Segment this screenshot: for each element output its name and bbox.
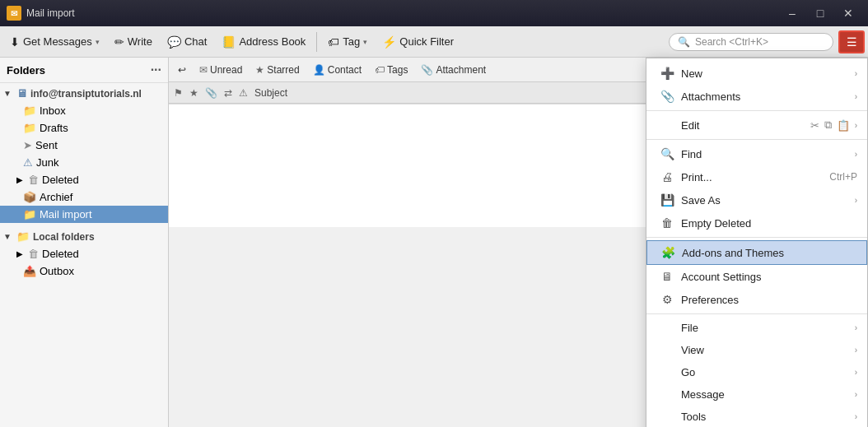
tag-label: Tag	[343, 35, 360, 48]
attachment-icon: 📎	[421, 64, 433, 76]
address-book-icon: 📒	[222, 35, 236, 49]
edit-arrow: ›	[855, 121, 857, 130]
account-name: info@transiptutorials.nl	[30, 88, 142, 100]
tag-arrow: ▾	[363, 38, 367, 46]
save-as-arrow: ›	[855, 196, 857, 205]
address-book-button[interactable]: 📒 Address Book	[215, 32, 312, 52]
menu-edit-label: Edit	[681, 119, 699, 132]
hamburger-menu-button[interactable]: ☰	[838, 30, 865, 53]
hamburger-icon: ☰	[847, 35, 857, 49]
quick-filter-label: Quick Filter	[399, 35, 454, 48]
menu-item-message[interactable]: Message ›	[646, 383, 867, 406]
folder-archief[interactable]: 📦 Archief	[0, 188, 168, 206]
search-placeholder: Search <Ctrl+K>	[695, 36, 768, 48]
write-button[interactable]: ✏ Write	[108, 32, 159, 52]
menu-item-attachments[interactable]: 📎 Attachments ›	[646, 85, 867, 108]
folder-deleted[interactable]: ▶ 🗑 Deleted	[0, 171, 168, 188]
sidebar: Folders ··· ▼ 🖥 info@transiptutorials.nl…	[0, 58, 169, 427]
sidebar-options-button[interactable]: ···	[151, 63, 161, 77]
menu-find-label: Find	[681, 148, 702, 160]
file-arrow: ›	[855, 323, 857, 332]
paste-icon: 📋	[837, 119, 850, 132]
contact-label: Contact	[328, 64, 362, 76]
col-junk-icon: ⚠	[239, 87, 248, 99]
account-expand-arrow[interactable]: ▼	[3, 89, 12, 98]
filter-unread-button[interactable]: ✉ Unread	[194, 62, 248, 78]
save-as-icon: 💾	[660, 193, 674, 207]
menu-item-empty-deleted[interactable]: 🗑 Empty Deleted	[646, 211, 867, 234]
sent-label: Sent	[35, 139, 58, 151]
sidebar-header: Folders ···	[0, 58, 168, 83]
local-folders-group: ▼ 📁 Local folders	[0, 226, 168, 245]
local-deleted-icon: 🗑	[28, 248, 39, 260]
hamburger-dropdown: ➕ New › 📎 Attachments › Edit ✂	[646, 58, 868, 427]
folder-mail-import[interactable]: 📁 Mail import	[0, 206, 168, 223]
chat-button[interactable]: 💬 Chat	[161, 32, 213, 52]
minimize-button[interactable]: –	[779, 2, 805, 25]
menu-print-label: Print...	[681, 171, 712, 183]
folder-drafts[interactable]: 📁 Drafts	[0, 119, 168, 137]
drafts-label: Drafts	[40, 122, 68, 134]
close-button[interactable]: ✕	[835, 2, 861, 25]
local-folder-deleted[interactable]: ▶ 🗑 Deleted	[0, 245, 168, 262]
local-expand-arrow[interactable]: ▼	[3, 232, 12, 241]
local-folder-outbox[interactable]: 📤 Outbox	[0, 262, 168, 280]
menu-item-preferences[interactable]: ⚙ Preferences	[646, 288, 867, 311]
main-layout: Folders ··· ▼ 🖥 info@transiptutorials.nl…	[0, 58, 868, 427]
addons-icon: 🧩	[660, 246, 675, 259]
main-toolbar: ⬇ Get Messages ▾ ✏ Write 💬 Chat 📒 Addres…	[0, 26, 868, 58]
junk-icon: ⚠	[23, 156, 33, 169]
copy-icon: ⧉	[824, 118, 832, 132]
menu-item-file[interactable]: File ›	[646, 317, 867, 339]
menu-account-settings-label: Account Settings	[681, 271, 762, 283]
local-deleted-expand[interactable]: ▶	[16, 249, 23, 258]
sent-icon: ➤	[23, 139, 32, 151]
quick-filter-button[interactable]: ⚡ Quick Filter	[376, 32, 460, 52]
local-folders-icon: 📁	[16, 230, 30, 243]
folder-inbox[interactable]: 📁 Inbox	[0, 102, 168, 119]
menu-item-edit[interactable]: Edit ✂ ⧉ 📋 ›	[646, 114, 867, 137]
get-messages-button[interactable]: ⬇ Get Messages ▾	[3, 32, 106, 52]
menu-item-save-as[interactable]: 💾 Save As ›	[646, 188, 867, 211]
filter-starred-button[interactable]: ★ Starred	[250, 62, 305, 78]
window-title: Mail import	[26, 7, 779, 19]
menu-item-print[interactable]: 🖨 Print... Ctrl+P	[646, 165, 867, 188]
archief-icon: 📦	[23, 191, 36, 203]
tag-button[interactable]: 🏷 Tag ▾	[321, 32, 374, 52]
menu-item-go[interactable]: Go ›	[646, 361, 867, 383]
menu-item-find[interactable]: 🔍 Find ›	[646, 142, 867, 165]
search-box[interactable]: 🔍 Search <Ctrl+K>	[669, 33, 833, 51]
filter-contact-button[interactable]: 👤 Contact	[307, 62, 367, 78]
deleted-label: Deleted	[42, 174, 79, 186]
filter-all-icon: ↩	[178, 64, 186, 76]
mail-import-icon: 📁	[23, 208, 36, 220]
menu-item-view[interactable]: View ›	[646, 339, 867, 361]
window-controls: – □ ✕	[779, 2, 861, 25]
col-thread-icon: ⇄	[224, 87, 232, 99]
menu-view-label: View	[681, 344, 704, 356]
folder-sent[interactable]: ➤ Sent	[0, 137, 168, 154]
new-arrow: ›	[855, 69, 857, 78]
message-arrow: ›	[855, 390, 857, 399]
drafts-icon: 📁	[23, 122, 36, 134]
menu-item-tools[interactable]: Tools ›	[646, 406, 867, 427]
folder-junk[interactable]: ⚠ Junk	[0, 154, 168, 171]
menu-item-new[interactable]: ➕ New ›	[646, 62, 867, 85]
filter-all-button[interactable]: ↩	[172, 62, 192, 78]
filter-tags-button[interactable]: 🏷 Tags	[369, 62, 413, 78]
deleted-expand[interactable]: ▶	[16, 175, 23, 184]
col-attach-icon: 📎	[205, 87, 217, 99]
filter-attachment-button[interactable]: 📎 Attachment	[415, 62, 492, 78]
print-icon: 🖨	[660, 170, 674, 183]
menu-file-label: File	[681, 322, 698, 334]
restore-button[interactable]: □	[807, 2, 833, 25]
menu-save-as-label: Save As	[681, 194, 721, 207]
search-icon: 🔍	[678, 36, 690, 48]
get-messages-label: Get Messages	[23, 35, 92, 48]
quick-filter-icon: ⚡	[382, 35, 396, 49]
folders-label: Folders	[7, 64, 45, 77]
col-subject-label: Subject	[254, 87, 287, 99]
menu-item-addons[interactable]: 🧩 Add-ons and Themes	[646, 240, 867, 265]
menu-sep-1	[646, 110, 867, 111]
menu-item-account-settings[interactable]: 🖥 Account Settings	[646, 265, 867, 288]
